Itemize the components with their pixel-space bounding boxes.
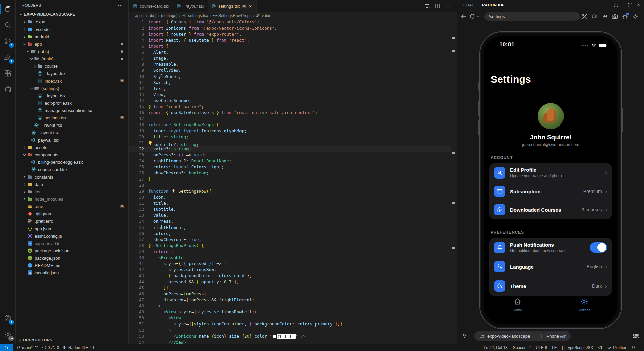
tree-item-assets[interactable]: assets [16,144,128,151]
tree-item-package-lock-json[interactable]: JSpackage-lock.json [16,247,128,254]
tree-item-billing-period-toggle-tsx[interactable]: billing-period-toggle.tsx [16,158,128,166]
breadcrumb-settingsrowprops[interactable]: SettingsRowProps [213,13,252,18]
settings-row-subscription[interactable]: Subscription Premium › [489,182,612,200]
tree-item-package-json[interactable]: JSpackage.json [16,254,128,262]
tree-item-eslint-config-js[interactable]: eslint.config.js [16,232,128,240]
tree-item-layout-tsx[interactable]: _layout.tsx [16,92,128,99]
settings-row-edit-profile[interactable]: Edit Profile Update your name and photo … [489,163,612,182]
tree-item-settings[interactable]: (settings) [16,85,128,92]
tree-item-index-tsx[interactable]: index.tsx M [16,77,128,85]
more-actions-icon[interactable] [118,3,123,8]
activity-explorer[interactable] [0,1,15,17]
tree-item-expo[interactable]: .expo [16,18,128,26]
reload-dropdown-icon[interactable] [476,14,480,18]
tree-item-edit-profile-tsx[interactable]: edit-profile.tsx [16,99,128,107]
remote-indicator[interactable] [0,344,13,351]
open-editors-section[interactable]: OPEN EDITORS [16,336,128,344]
activity-github[interactable] [0,81,15,97]
overview-ruler[interactable] [451,19,457,344]
activity-source-control[interactable]: 3 [0,33,15,49]
split-editor-icon[interactable] [435,3,440,9]
lightbulb-icon[interactable] [148,140,153,146]
tree-item-constants[interactable]: constants [16,173,128,181]
activity-search[interactable] [0,17,15,33]
profile-avatar[interactable] [538,103,564,129]
toggle-switch[interactable] [590,242,607,253]
more-actions-icon[interactable] [445,3,451,9]
tree-item-ios[interactable]: ios [16,188,128,195]
app-tab-settings[interactable]: Settings [564,297,604,312]
code-editor[interactable]: 1import { Colors } from "@/constants/Col… [129,19,451,344]
status-cursor-position[interactable]: Ln 22, Col 18 [484,345,507,350]
reload-icon[interactable] [469,13,475,19]
tree-item-tsconfig-json[interactable]: TStsconfig.json [16,269,128,277]
breadcrumb-settings-tsx[interactable]: settings.tsx [182,13,208,18]
report-issue-icon[interactable] [622,13,628,19]
element-inspector-icon[interactable] [462,333,467,339]
breadcrumb-settings[interactable]: (settings) [161,13,177,18]
power-icon[interactable] [613,3,619,8]
replay-icon[interactable] [602,13,608,19]
activity-accounts[interactable]: 1 [0,310,15,326]
status-formatter[interactable]: Prettier [607,345,626,350]
tree-item-app[interactable]: app [16,40,128,48]
ai-sparkle-icon[interactable] [171,189,176,193]
screenshot-icon[interactable] [612,13,618,19]
breadcrumb-tabs[interactable]: (tabs) [146,13,157,18]
tree-item-readme-md[interactable]: iREADME.md [16,262,128,269]
close-tab-icon[interactable]: × [248,3,253,9]
tree-item-course[interactable]: course [16,62,128,70]
tab-layout-tsx[interactable]: _layout.tsx [173,0,208,12]
tree-item-paywall-tsx[interactable]: paywall.tsx [16,136,128,144]
status-notifications[interactable] [631,345,636,350]
tree-item-data[interactable]: data [16,181,128,188]
dev-tools-icon[interactable] [582,13,588,19]
status-language-mode[interactable]: {} TypeScript JSX [562,345,593,350]
fullscreen-icon[interactable] [628,3,633,8]
tree-item-app-json[interactable]: {}app.json [16,225,128,232]
tree-item-expo-video-landscape[interactable]: EXPO-VIDEO-LANDSCAPE [16,11,128,18]
tree-item-env[interactable]: .env M [16,203,128,210]
settings-row-language[interactable]: Language English › [489,257,612,276]
tree-item-main[interactable]: (main) [16,55,128,62]
panel-tab-radon-ide[interactable]: RADON IDE [482,0,505,10]
tree-item-settings-tsx[interactable]: settings.tsx M [16,114,128,121]
status-eol[interactable]: LF [552,345,557,350]
breadcrumb-value[interactable]: value [256,13,271,18]
close-panel-icon[interactable]: × [637,2,640,8]
back-icon[interactable] [461,13,467,19]
open-changes-icon[interactable] [425,3,430,9]
device-settings-icon[interactable] [633,333,639,339]
tree-item-layout-tsx[interactable]: _layout.tsx [16,129,128,136]
screen-record-icon[interactable] [592,13,598,19]
status-radon-ide-status[interactable]: Radon IDE [63,345,94,350]
tab-course-card-tsx[interactable]: course-card.tsx [129,0,173,12]
tree-item-layout-tsx[interactable]: _layout.tsx [16,70,128,77]
tree-item-manage-subscription-tsx[interactable]: manage-subscription.tsx [16,107,128,114]
tree-item-vscode[interactable]: .vscode [16,26,128,33]
settings-row-push-notifications[interactable]: Push Notifications Get notified about ne… [489,238,612,257]
breadcrumb-app[interactable]: app [135,13,142,18]
settings-row-theme[interactable]: Theme Dark › [489,277,612,296]
tree-item-course-card-tsx[interactable]: course-card.tsx [16,166,128,173]
route-url-bar[interactable]: /settings [484,12,580,21]
app-tab-home[interactable]: Home [497,297,537,312]
tab-settings-tsx[interactable]: settings.tsx M × [208,0,257,12]
activity-extensions[interactable] [0,65,15,81]
tree-item-components[interactable]: components [16,151,128,158]
tree-item-android[interactable]: android [16,33,128,40]
tree-item-layout-tsx[interactable]: _layout.tsx [16,121,128,129]
status-encoding[interactable]: UTF-8 [536,345,547,350]
status-indentation[interactable]: Spaces: 2 [513,345,531,350]
status-problems[interactable]: 00 [42,345,59,350]
panel-tab-chat[interactable]: CHAT [463,0,474,10]
tree-item-gitignore[interactable]: .gitignore [16,210,128,217]
tree-item-expo-env-d-ts[interactable]: TSexpo-env.d.ts [16,240,128,247]
tree-item-node-modules[interactable]: node_modules [16,195,128,203]
panel-settings-icon[interactable] [633,13,639,19]
activity-manage[interactable]: DE [0,326,15,342]
tree-item-prettierrc[interactable]: .prettierrc [16,217,128,225]
device-selector[interactable]: expo-video-landscape › iPhone Air [474,331,571,341]
status-git-branch[interactable]: main* [16,345,38,350]
status-copilot[interactable] [598,345,602,350]
